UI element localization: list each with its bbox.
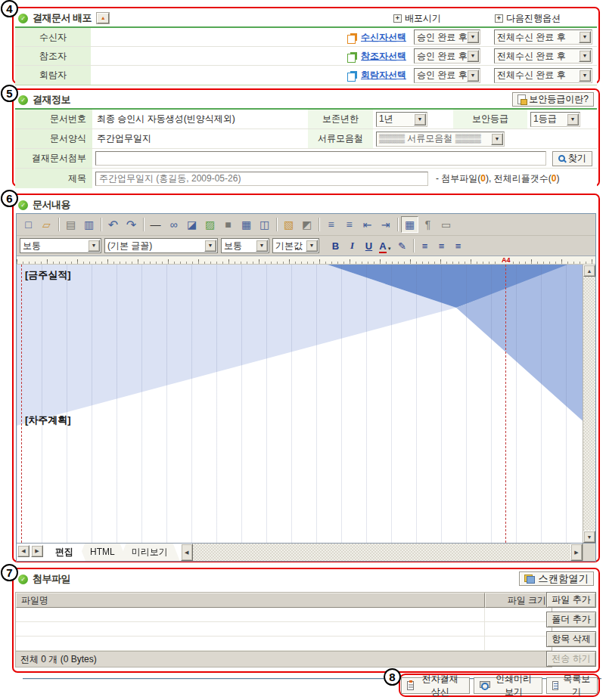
reference-timing-select[interactable]: 승인 완료 후 ▼ <box>414 48 480 63</box>
toolbar-separator <box>58 218 59 231</box>
insert-image-icon[interactable]: ▨ <box>201 216 219 233</box>
attachment-row <box>16 608 552 622</box>
chevron-down-icon[interactable]: ▼ <box>88 240 100 252</box>
find-button[interactable]: 찾기 <box>552 151 592 166</box>
security-grade-help-button[interactable]: 보안등급이란? <box>512 92 594 107</box>
chevron-down-icon[interactable]: ▼ <box>491 133 503 145</box>
scroll-left-icon[interactable]: ◀ <box>181 544 193 561</box>
new-document-icon[interactable]: □ <box>20 216 37 233</box>
chevron-down-icon[interactable]: ▼ <box>579 31 591 43</box>
print-preview-button[interactable]: 인쇄미리보기 <box>474 677 542 694</box>
toolbar-separator <box>319 218 319 231</box>
list-view-button[interactable]: 목록보기 <box>546 677 598 694</box>
chevron-down-icon[interactable]: ▼ <box>579 70 591 82</box>
select-area-icon[interactable]: ▭ <box>437 216 455 233</box>
circulation-next-option-select[interactable]: 전체수신 완료 후 ▼ <box>494 68 592 83</box>
edit-table-icon[interactable]: ▧ <box>280 216 297 233</box>
chevron-down-icon[interactable]: ▼ <box>579 50 591 62</box>
send-button[interactable]: 전송 하기 <box>546 651 596 667</box>
screen-preview-icon[interactable]: ▥ <box>80 216 98 233</box>
chevron-down-icon[interactable]: ▼ <box>204 240 216 252</box>
scrollbar-track[interactable] <box>193 544 570 561</box>
chevron-down-icon[interactable]: ▼ <box>414 113 426 125</box>
underline-button[interactable]: U <box>361 238 377 253</box>
highlight-button[interactable]: ✎ <box>394 238 410 253</box>
binder-select[interactable]: ▒▒▒▒ 서류모음철 ▒▒▒▒ ▼ <box>376 132 505 147</box>
recipient-timing-select[interactable]: 승인 완료 후 ▼ <box>414 29 480 45</box>
expand-plus-icon[interactable]: + <box>495 14 503 23</box>
scroll-down-icon[interactable]: ▼ <box>583 531 595 543</box>
delete-item-button[interactable]: 항목 삭제 <box>546 631 596 647</box>
chevron-down-icon[interactable]: ▼ <box>306 240 318 252</box>
scrollbar-corner <box>583 544 595 561</box>
tab-scroll-right-icon[interactable]: ▶ <box>31 545 43 557</box>
scroll-right-icon[interactable]: ▶ <box>570 544 583 561</box>
unordered-list-icon[interactable]: ≡ <box>340 216 358 233</box>
line-height-select[interactable]: 기본값 ▼ <box>272 238 319 253</box>
editor-toolbar-main: □ ▱ ▤ ▥ ↶ ↷ — ∞ ◪ ▨ ■ ▦ ◫ <box>17 214 595 236</box>
align-center-icon[interactable]: ≡ <box>434 238 449 253</box>
document-body[interactable]: [금주실적] [차주계획] <box>17 265 583 543</box>
redo-icon[interactable]: ↷ <box>123 216 140 233</box>
submit-approval-button[interactable]: 전자결재 상신 <box>401 677 470 694</box>
vertical-scrollbar[interactable]: ▲ ▼ <box>583 265 595 543</box>
bold-button[interactable]: B <box>328 238 343 253</box>
reference-next-option-select[interactable]: 전체수신 완료 후 ▼ <box>494 48 592 63</box>
expand-plus-icon[interactable]: + <box>393 14 402 23</box>
recipient-select-link[interactable]: 수신자선택 <box>361 31 406 44</box>
distribution-row-circulation: 회람자 회람자선택 승인 완료 후 ▼ 전체수신 완료 후 ▼ <box>15 66 597 85</box>
chevron-down-icon[interactable]: ▼ <box>467 50 479 62</box>
scroll-up-icon[interactable]: ▲ <box>583 265 595 277</box>
tab-html[interactable]: HTML <box>78 544 127 561</box>
horizontal-rule-icon[interactable]: — <box>147 216 164 233</box>
retention-select[interactable]: 1년 ▼ <box>376 112 427 127</box>
horizontal-scrollbar[interactable]: ◀ ▶ <box>181 544 595 561</box>
eraser-icon[interactable]: ◪ <box>183 216 200 233</box>
paragraph-style-select[interactable]: 보통 ▼ <box>20 238 101 253</box>
chevron-down-icon[interactable]: ▼ <box>467 31 479 43</box>
circulation-select-link[interactable]: 회람자선택 <box>361 69 406 82</box>
font-family-select[interactable]: (기본 글꼴) ▼ <box>104 238 218 253</box>
section-title-document-content: 문서내용 <box>33 198 70 212</box>
tab-edit[interactable]: 편집 <box>43 544 85 561</box>
row-label: 보안등급 <box>453 110 527 129</box>
add-file-button[interactable]: 파일 추가 <box>546 592 596 608</box>
editor-ruler: A4 <box>17 256 595 265</box>
align-left-icon[interactable]: ≡ <box>417 238 433 253</box>
subject-input[interactable] <box>95 172 428 186</box>
insert-table-icon[interactable]: ▦ <box>238 216 255 233</box>
section-check-icon: ✓ <box>18 95 28 105</box>
recipient-next-option-select[interactable]: 전체수신 완료 후 ▼ <box>494 29 592 45</box>
outdent-icon[interactable]: ⇤ <box>359 216 376 233</box>
font-size-select[interactable]: 보통 ▼ <box>221 238 269 253</box>
add-folder-button[interactable]: 폴더 추가 <box>546 612 596 627</box>
italic-button[interactable]: I <box>344 238 360 253</box>
attachment-buttons: 파일 추가 폴더 추가 항목 삭제 전송 하기 <box>546 592 596 667</box>
paragraph-marks-icon[interactable]: ¶ <box>419 216 437 233</box>
tab-preview[interactable]: 미리보기 <box>120 544 180 561</box>
indent-icon[interactable]: ⇥ <box>377 216 394 233</box>
hyperlink-icon[interactable]: ∞ <box>165 216 182 233</box>
align-right-icon[interactable]: ≡ <box>450 238 466 253</box>
open-scan-box-button[interactable]: 스캔함열기 <box>519 571 594 586</box>
doc-attach-input[interactable] <box>95 151 546 166</box>
security-grade-select[interactable]: 1등급 ▼ <box>530 112 580 127</box>
print-icon[interactable]: ▤ <box>62 216 79 233</box>
remove-format-icon[interactable]: ◩ <box>298 216 315 233</box>
collapse-section-button[interactable]: ▲ <box>97 13 109 23</box>
tab-scroll-left-icon[interactable]: ◀ <box>17 545 30 557</box>
chevron-down-icon[interactable]: ▼ <box>567 113 579 125</box>
insert-media-icon[interactable]: ■ <box>219 216 237 233</box>
attachments-table: 파일명 파일 크기 전체 0 개 (0 Bytes) <box>15 592 552 667</box>
chevron-down-icon[interactable]: ▼ <box>256 240 268 252</box>
toggle-guides-icon[interactable]: ▦ <box>401 216 418 233</box>
undo-icon[interactable]: ↶ <box>104 216 122 233</box>
reference-select-link[interactable]: 참조자선택 <box>361 50 406 63</box>
font-color-button[interactable]: A ▼ <box>378 238 393 253</box>
ordered-list-icon[interactable]: ≡ <box>322 216 340 233</box>
chevron-down-icon[interactable]: ▼ <box>467 70 479 82</box>
row-label: 참조자 <box>15 47 91 65</box>
layer-icon[interactable]: ◫ <box>256 216 273 233</box>
open-folder-icon[interactable]: ▱ <box>38 216 55 233</box>
circulation-timing-select[interactable]: 승인 완료 후 ▼ <box>414 68 480 83</box>
